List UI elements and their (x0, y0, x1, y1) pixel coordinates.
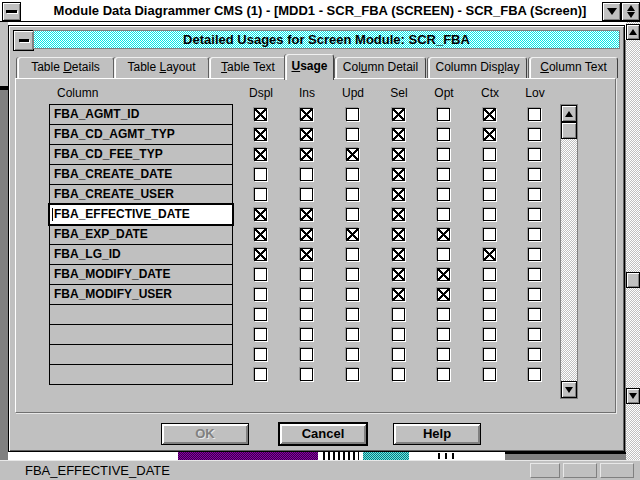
checkbox-upd-row10[interactable] (346, 288, 359, 301)
tab-column-detail[interactable]: Column Detail (335, 57, 426, 78)
checkbox-upd-row12[interactable] (346, 328, 359, 341)
checkbox-upd-row6[interactable] (346, 208, 359, 221)
checkbox-ctx-row13[interactable] (483, 348, 496, 361)
checkbox-dspl-row1[interactable] (254, 108, 267, 121)
checkbox-ins-row8[interactable] (300, 248, 313, 261)
checkbox-sel-row12[interactable] (392, 328, 405, 341)
checkbox-lov-row5[interactable] (528, 188, 541, 201)
help-button[interactable]: Help (393, 423, 481, 445)
checkbox-opt-row1[interactable] (437, 108, 450, 121)
checkbox-sel-row14[interactable] (392, 368, 405, 381)
checkbox-ctx-row4[interactable] (483, 168, 496, 181)
checkbox-ins-row10[interactable] (300, 288, 313, 301)
checkbox-ctx-row7[interactable] (483, 228, 496, 241)
checkbox-sel-row10[interactable] (392, 288, 405, 301)
checkbox-opt-row10[interactable] (437, 288, 450, 301)
tab-usage[interactable]: Usage (285, 54, 334, 80)
window-scroll-down-button[interactable] (626, 388, 640, 404)
checkbox-upd-row7[interactable] (346, 228, 359, 241)
column-name-field[interactable] (49, 304, 233, 325)
checkbox-ins-row9[interactable] (300, 268, 313, 281)
checkbox-dspl-row5[interactable] (254, 188, 267, 201)
checkbox-ctx-row6[interactable] (483, 208, 496, 221)
checkbox-dspl-row2[interactable] (254, 128, 267, 141)
checkbox-upd-row3[interactable] (346, 148, 359, 161)
checkbox-upd-row1[interactable] (346, 108, 359, 121)
checkbox-upd-row11[interactable] (346, 308, 359, 321)
grid-scroll-up-button[interactable] (561, 105, 577, 122)
dialog-system-menu-button[interactable] (13, 30, 34, 51)
window-scrollbar-thumb[interactable] (626, 272, 640, 288)
checkbox-dspl-row10[interactable] (254, 288, 267, 301)
checkbox-upd-row14[interactable] (346, 368, 359, 381)
window-scroll-up-button[interactable] (626, 24, 640, 40)
checkbox-dspl-row9[interactable] (254, 268, 267, 281)
checkbox-ctx-row9[interactable] (483, 268, 496, 281)
checkbox-ctx-row8[interactable] (483, 248, 496, 261)
checkbox-ctx-row3[interactable] (483, 148, 496, 161)
checkbox-opt-row14[interactable] (437, 368, 450, 381)
checkbox-opt-row12[interactable] (437, 328, 450, 341)
checkbox-lov-row6[interactable] (528, 208, 541, 221)
column-name-field-fba-lg-id[interactable]: FBA_LG_ID (49, 244, 233, 265)
column-name-field-fba-agmt-id[interactable]: FBA_AGMT_ID (49, 104, 233, 125)
checkbox-sel-row5[interactable] (392, 188, 405, 201)
checkbox-ins-row6[interactable] (300, 208, 313, 221)
tab-column-display[interactable]: Column Display (428, 57, 527, 78)
checkbox-sel-row7[interactable] (392, 228, 405, 241)
column-name-field[interactable] (49, 324, 233, 345)
column-name-field-fba-effective-date[interactable]: FBA_EFFECTIVE_DATE (49, 204, 233, 225)
checkbox-ins-row1[interactable] (300, 108, 313, 121)
checkbox-dspl-row8[interactable] (254, 248, 267, 261)
checkbox-ins-row14[interactable] (300, 368, 313, 381)
checkbox-ctx-row5[interactable] (483, 188, 496, 201)
checkbox-opt-row4[interactable] (437, 168, 450, 181)
checkbox-sel-row6[interactable] (392, 208, 405, 221)
cancel-button[interactable]: Cancel (279, 423, 367, 445)
column-name-field-fba-modify-date[interactable]: FBA_MODIFY_DATE (49, 264, 233, 285)
checkbox-ins-row13[interactable] (300, 348, 313, 361)
checkbox-opt-row6[interactable] (437, 208, 450, 221)
checkbox-dspl-row12[interactable] (254, 328, 267, 341)
checkbox-opt-row2[interactable] (437, 128, 450, 141)
checkbox-lov-row8[interactable] (528, 248, 541, 261)
checkbox-lov-row7[interactable] (528, 228, 541, 241)
column-name-field[interactable] (49, 344, 233, 365)
checkbox-ins-row3[interactable] (300, 148, 313, 161)
restore-child-button[interactable] (602, 2, 621, 21)
checkbox-opt-row9[interactable] (437, 268, 450, 281)
checkbox-lov-row3[interactable] (528, 148, 541, 161)
checkbox-ins-row11[interactable] (300, 308, 313, 321)
checkbox-dspl-row4[interactable] (254, 168, 267, 181)
checkbox-ctx-row1[interactable] (483, 108, 496, 121)
checkbox-sel-row4[interactable] (392, 168, 405, 181)
tab-table-details[interactable]: Table Details (17, 57, 114, 78)
checkbox-ctx-row10[interactable] (483, 288, 496, 301)
checkbox-lov-row9[interactable] (528, 268, 541, 281)
checkbox-upd-row8[interactable] (346, 248, 359, 261)
column-name-field-fba-cd-fee-typ[interactable]: FBA_CD_FEE_TYP (49, 144, 233, 165)
checkbox-sel-row2[interactable] (392, 128, 405, 141)
column-name-field-fba-cd-agmt-typ[interactable]: FBA_CD_AGMT_TYP (49, 124, 233, 145)
checkbox-upd-row2[interactable] (346, 128, 359, 141)
checkbox-sel-row8[interactable] (392, 248, 405, 261)
checkbox-upd-row9[interactable] (346, 268, 359, 281)
checkbox-opt-row8[interactable] (437, 248, 450, 261)
checkbox-dspl-row13[interactable] (254, 348, 267, 361)
column-name-field[interactable] (49, 364, 233, 385)
checkbox-sel-row11[interactable] (392, 308, 405, 321)
checkbox-ctx-row2[interactable] (483, 128, 496, 141)
checkbox-lov-row2[interactable] (528, 128, 541, 141)
ok-button[interactable]: OK (161, 423, 249, 445)
checkbox-opt-row13[interactable] (437, 348, 450, 361)
checkbox-ctx-row12[interactable] (483, 328, 496, 341)
checkbox-sel-row3[interactable] (392, 148, 405, 161)
restore-window-button[interactable] (621, 2, 640, 21)
checkbox-lov-row12[interactable] (528, 328, 541, 341)
checkbox-ins-row4[interactable] (300, 168, 313, 181)
column-name-field-fba-exp-date[interactable]: FBA_EXP_DATE (49, 224, 233, 245)
checkbox-upd-row5[interactable] (346, 188, 359, 201)
checkbox-sel-row13[interactable] (392, 348, 405, 361)
checkbox-ctx-row14[interactable] (483, 368, 496, 381)
checkbox-upd-row4[interactable] (346, 168, 359, 181)
